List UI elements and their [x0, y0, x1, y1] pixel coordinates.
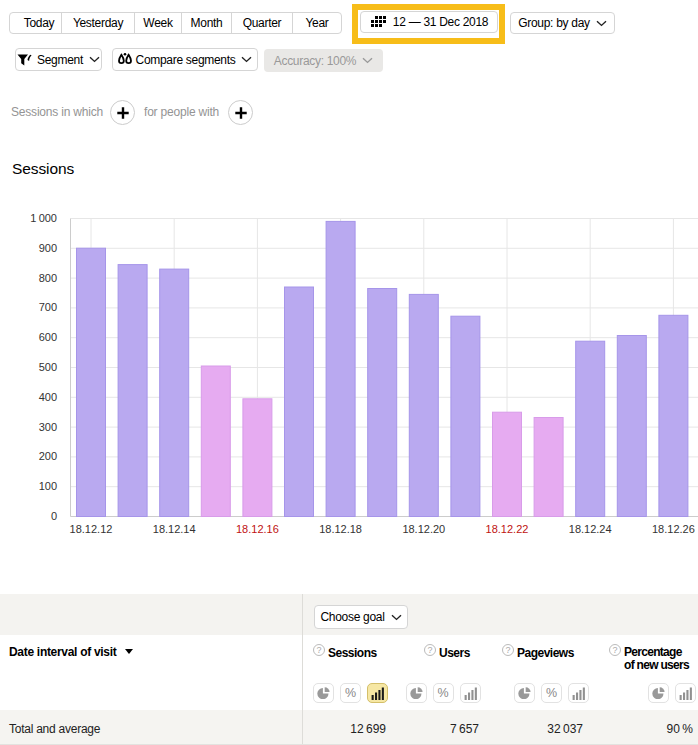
svg-text:800: 800 [39, 272, 57, 284]
svg-text:18.12.24: 18.12.24 [569, 523, 612, 535]
svg-text:100: 100 [39, 480, 57, 492]
svg-text:18.12.18: 18.12.18 [319, 523, 362, 535]
svg-text:300: 300 [39, 421, 57, 433]
svg-text:18.12.22: 18.12.22 [486, 523, 529, 535]
svg-text:0: 0 [51, 510, 57, 522]
svg-text:18.12.14: 18.12.14 [153, 523, 196, 535]
svg-text:18.12.16: 18.12.16 [236, 523, 279, 535]
svg-text:1 000: 1 000 [30, 212, 57, 224]
svg-text:200: 200 [39, 450, 57, 462]
svg-text:700: 700 [39, 301, 57, 313]
svg-text:18.12.26: 18.12.26 [652, 523, 695, 535]
svg-text:18.12.12: 18.12.12 [70, 523, 113, 535]
svg-text:600: 600 [39, 331, 57, 343]
svg-text:400: 400 [39, 391, 57, 403]
svg-text:900: 900 [39, 242, 57, 254]
svg-text:500: 500 [39, 361, 57, 373]
svg-text:18.12.20: 18.12.20 [402, 523, 445, 535]
